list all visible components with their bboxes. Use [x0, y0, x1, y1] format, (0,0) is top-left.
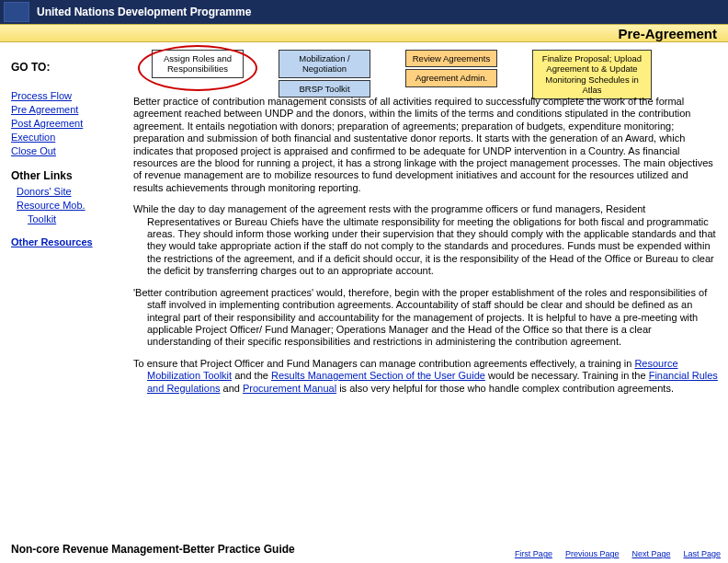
left-nav: GO TO: Process Flow Pre Agreement Post A…: [11, 61, 123, 250]
nav-execution[interactable]: Execution: [11, 132, 123, 143]
page-title: Pre-Agreement: [618, 26, 717, 41]
header-bar: United Nations Development Programme: [0, 0, 728, 24]
link-procurement-manual[interactable]: Procurement Manual: [243, 383, 336, 394]
body-text: Better practice of contribution manageme…: [133, 96, 718, 404]
paragraph-2: While the day to day management of the a…: [133, 203, 718, 277]
p4-text-a: To ensure that Project Officer and Fund …: [133, 358, 634, 369]
nav-close-out[interactable]: Close Out: [11, 145, 123, 156]
p4-text-c: would be necessary. Training in the: [485, 370, 649, 381]
flow-mobilization[interactable]: Mobilization / Negotiation: [279, 50, 370, 78]
nav-next-page[interactable]: Next Page: [631, 550, 670, 559]
nav-pre-agreement[interactable]: Pre Agreement: [11, 104, 123, 115]
nav-last-page[interactable]: Last Page: [683, 550, 721, 559]
nav-resource-mob[interactable]: Resource Mob.: [17, 200, 123, 211]
nav-toolkit[interactable]: Toolkit: [28, 213, 123, 224]
nav-process-flow[interactable]: Process Flow: [11, 90, 123, 101]
p4-text-e: is also very helpful for those who handl…: [336, 383, 674, 394]
paragraph-4: To ensure that Project Officer and Fund …: [133, 358, 718, 395]
header-org: United Nations Development Programme: [37, 6, 251, 18]
flow-agreement-admin[interactable]: Agreement Admin.: [405, 69, 497, 86]
flow-review-agreements[interactable]: Review Agreements: [405, 50, 497, 67]
nav-first-page[interactable]: First Page: [515, 550, 552, 559]
undp-logo-icon: [4, 2, 29, 22]
nav-donors-site[interactable]: Donors' Site: [17, 186, 123, 197]
flow-row: Assign Roles and Responsibilities Mobili…: [152, 50, 652, 99]
paragraph-3: 'Better contribution agreement practices…: [133, 287, 718, 349]
flow-assign-roles[interactable]: Assign Roles and Responsibilities: [152, 50, 244, 78]
other-links-heading: Other Links: [11, 169, 123, 182]
p4-text-d: and: [221, 383, 243, 394]
nav-post-agreement[interactable]: Post Agreement: [11, 118, 123, 129]
nav-other-resources[interactable]: Other Resources: [11, 236, 123, 247]
link-results-management-section[interactable]: Results Management Section of the User G…: [271, 370, 485, 381]
paragraph-1: Better practice of contribution manageme…: [133, 96, 718, 194]
nav-previous-page[interactable]: Previous Page: [565, 550, 620, 559]
flow-finalize-proposal[interactable]: Finalize Proposal; Upload Agreement to &…: [532, 50, 652, 99]
p4-text-b: and the: [232, 370, 271, 381]
footer-title: Non-core Revenue Management-Better Pract…: [11, 543, 295, 556]
goto-heading: GO TO:: [11, 61, 123, 74]
footer-nav: First Page Previous Page Next Page Last …: [515, 550, 721, 559]
page-title-bar: Pre-Agreement: [0, 24, 728, 42]
